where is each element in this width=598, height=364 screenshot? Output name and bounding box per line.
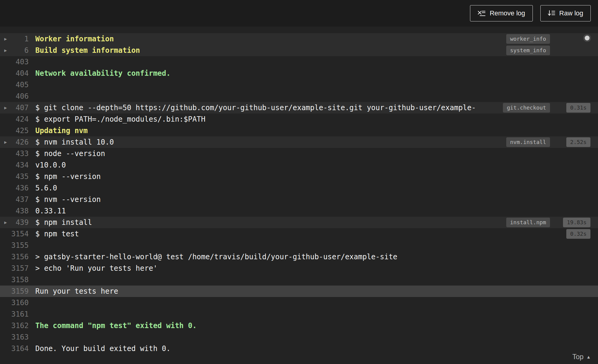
- line-text: 5.6.0: [35, 184, 557, 192]
- log-line: ▶ 1 Worker information worker_info: [0, 33, 598, 45]
- log-line: ▶ 404 Network availability confirmed.: [0, 68, 598, 79]
- line-number[interactable]: 403: [0, 58, 29, 66]
- line-gutter: ▶ 434: [0, 159, 29, 171]
- line-gutter: ▶ 437: [0, 194, 29, 205]
- duration-slot: 2.52s: [557, 137, 590, 147]
- line-gutter: ▶ 435: [0, 171, 29, 182]
- log-line: ▶ 3154 $ npm test 0.32s: [0, 228, 598, 240]
- remove-log-label: Remove log: [490, 9, 525, 17]
- line-number[interactable]: 434: [0, 161, 29, 169]
- log-line: ▶ 425 Updating nvm: [0, 125, 598, 136]
- line-number[interactable]: 437: [0, 195, 29, 204]
- line-gutter: ▶ 3163: [0, 331, 29, 343]
- fold-arrow-icon[interactable]: ▶: [4, 48, 7, 53]
- line-gutter: ▶ 405: [0, 79, 29, 91]
- line-text: > echo 'Run your tests here': [35, 264, 557, 273]
- log-line: ▶ 438 0.33.11: [0, 205, 598, 217]
- line-text: $ nvm --version: [35, 195, 557, 204]
- line-gutter: ▶ 3156: [0, 251, 29, 263]
- remove-log-icon: [478, 10, 485, 17]
- log-line: ▶ 3163: [0, 331, 598, 343]
- line-gutter: ▶ 3159: [0, 286, 29, 297]
- log-line: ▶ 3156 > gatsby-starter-hello-world@ tes…: [0, 251, 598, 263]
- line-number[interactable]: 424: [0, 115, 29, 123]
- line-gutter: ▶ 3161: [0, 308, 29, 320]
- line-gutter: ▶ 406: [0, 91, 29, 102]
- line-gutter: ▶ 439: [0, 217, 29, 228]
- line-text: v10.0.0: [35, 161, 557, 169]
- line-text: $ node --version: [35, 149, 557, 158]
- line-text: > gatsby-starter-hello-world@ test /home…: [35, 253, 557, 261]
- raw-log-label: Raw log: [559, 9, 583, 17]
- duration-badge: 19.83s: [563, 218, 590, 227]
- log-line: ▶ 3157 > echo 'Run your tests here': [0, 263, 598, 274]
- line-gutter: ▶ 438: [0, 205, 29, 217]
- fold-arrow-icon[interactable]: ▶: [4, 106, 7, 110]
- log-line: ▶ 3155: [0, 240, 598, 251]
- log-line: ▶ 437 $ nvm --version: [0, 194, 598, 205]
- line-gutter: ▶ 3160: [0, 297, 29, 308]
- scroll-to-top-label: Top: [572, 353, 584, 361]
- line-text: $ git clone --depth=50 https://github.co…: [35, 104, 497, 112]
- duration-slot: 19.83s: [557, 218, 590, 227]
- line-number[interactable]: 405: [0, 81, 29, 89]
- line-number[interactable]: 3163: [0, 333, 29, 341]
- line-gutter: ▶ 3158: [0, 274, 29, 286]
- line-number[interactable]: 433: [0, 149, 29, 158]
- log-line: ▶ 433 $ node --version: [0, 148, 598, 159]
- log-line: ▶ 3164 Done. Your build exited with 0.: [0, 343, 598, 354]
- line-number[interactable]: 406: [0, 92, 29, 101]
- duration-slot: 0.32s: [557, 229, 590, 239]
- log-line: ▶ 407 $ git clone --depth=50 https://git…: [0, 102, 598, 113]
- fold-arrow-icon[interactable]: ▶: [4, 140, 7, 145]
- line-gutter: ▶ 3155: [0, 240, 29, 251]
- scroll-follow-toggle[interactable]: [583, 34, 591, 42]
- scroll-top-arrow-icon: ▲: [586, 355, 591, 359]
- line-text: 0.33.11: [35, 207, 557, 215]
- line-gutter: ▶ 404: [0, 68, 29, 79]
- fold-name-badge: system_info: [506, 46, 550, 55]
- line-number[interactable]: 3160: [0, 299, 29, 307]
- line-text: The command "npm test" exited with 0.: [35, 321, 557, 330]
- fold-name-badge: install.npm: [506, 218, 550, 227]
- line-number[interactable]: 3157: [0, 264, 29, 273]
- log-toolbar: Remove log Raw log: [0, 0, 598, 27]
- line-number[interactable]: 425: [0, 126, 29, 135]
- line-gutter: ▶ 424: [0, 113, 29, 125]
- fold-arrow-icon[interactable]: ▶: [4, 220, 7, 225]
- fold-name-badge: nvm.install: [506, 137, 550, 147]
- line-number[interactable]: 404: [0, 69, 29, 78]
- fold-name-badge: git.checkout: [503, 103, 550, 113]
- line-number[interactable]: 435: [0, 172, 29, 181]
- line-number[interactable]: 436: [0, 184, 29, 192]
- log-line: ▶ 439 $ npm install install.npm 19.83s: [0, 217, 598, 228]
- line-gutter: ▶ 433: [0, 148, 29, 159]
- remove-log-button[interactable]: Remove log: [470, 5, 532, 21]
- line-number[interactable]: 3158: [0, 276, 29, 284]
- line-text: Network availability confirmed.: [35, 69, 557, 78]
- scroll-to-top-link[interactable]: Top ▲: [572, 353, 591, 361]
- line-gutter: ▶ 3164: [0, 343, 29, 354]
- line-number[interactable]: 3155: [0, 241, 29, 250]
- duration-badge: 0.31s: [566, 103, 590, 113]
- line-gutter: ▶ 1: [0, 33, 29, 45]
- line-gutter: ▶ 6: [0, 45, 29, 56]
- log-line: ▶ 3161: [0, 308, 598, 320]
- log-line: ▶ 434 v10.0.0: [0, 159, 598, 171]
- line-number[interactable]: 3161: [0, 310, 29, 318]
- line-text: Build system information: [35, 46, 500, 55]
- raw-log-button[interactable]: Raw log: [540, 5, 591, 21]
- line-text: $ npm --version: [35, 172, 557, 181]
- line-number[interactable]: 3159: [0, 287, 29, 295]
- line-number[interactable]: 3154: [0, 230, 29, 238]
- line-number[interactable]: 3162: [0, 321, 29, 330]
- line-number[interactable]: 3156: [0, 253, 29, 261]
- line-text: $ export PATH=./node_modules/.bin:$PATH: [35, 115, 557, 123]
- line-gutter: ▶ 3162: [0, 320, 29, 331]
- line-text: Run your tests here: [35, 287, 557, 295]
- fold-arrow-icon[interactable]: ▶: [4, 37, 7, 41]
- log-line: ▶ 3162 The command "npm test" exited wit…: [0, 320, 598, 331]
- line-text: Done. Your build exited with 0.: [35, 344, 557, 353]
- line-number[interactable]: 438: [0, 207, 29, 215]
- line-number[interactable]: 3164: [0, 344, 29, 353]
